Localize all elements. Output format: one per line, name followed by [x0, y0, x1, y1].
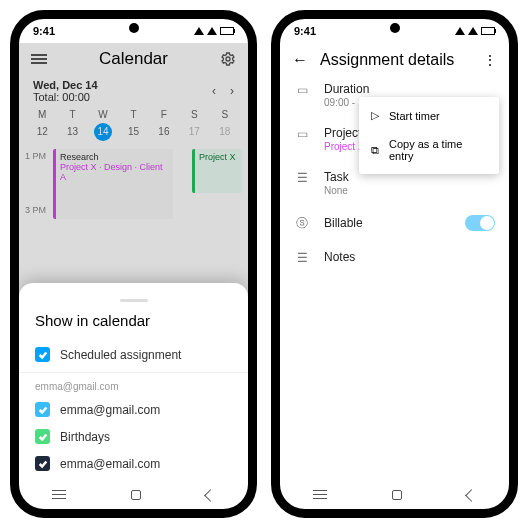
battery-icon: [481, 27, 495, 35]
camera-notch: [390, 23, 400, 33]
recents-icon[interactable]: [52, 494, 66, 496]
bottom-sheet: Show in calendar Scheduled assignment em…: [19, 283, 248, 481]
screen-title: Assignment details: [320, 51, 471, 69]
signal-icon: [468, 27, 478, 35]
overflow-icon[interactable]: ⋮: [483, 52, 497, 68]
task-icon: ☰: [294, 170, 310, 185]
clock: 9:41: [33, 25, 55, 37]
phone-left: 9:41 Calendar Wed, Dec 14 Total: 00:00 ‹…: [10, 10, 257, 518]
checkbox-icon: [35, 429, 50, 444]
system-nav: [280, 481, 509, 509]
checkbox-icon: [35, 402, 50, 417]
row-notes[interactable]: ☰ Notes: [280, 241, 509, 274]
row-billable[interactable]: ⓢ Billable: [280, 205, 509, 241]
group-header: emma@gmail.com: [35, 377, 232, 396]
billable-toggle[interactable]: [465, 215, 495, 231]
overflow-menu: ▷Start timer ⧉Copy as a time entry: [359, 97, 499, 174]
check-item[interactable]: emma@gmail.com: [35, 396, 232, 423]
notes-icon: ☰: [294, 250, 310, 265]
check-item[interactable]: emma@email.com: [35, 450, 232, 477]
sheet-title: Show in calendar: [35, 312, 232, 329]
play-icon: ▷: [371, 109, 379, 122]
recents-icon[interactable]: [313, 494, 327, 496]
back-icon[interactable]: ←: [292, 51, 308, 69]
home-icon[interactable]: [392, 490, 402, 500]
divider: [19, 372, 248, 373]
system-nav: [19, 481, 248, 509]
back-icon[interactable]: [204, 489, 217, 502]
signal-icon: [207, 27, 217, 35]
check-scheduled[interactable]: Scheduled assignment: [35, 341, 232, 368]
phone-right: 9:41 ← Assignment details ⋮ ▭ Duration09…: [271, 10, 518, 518]
signal-icon: [194, 27, 204, 35]
signal-icon: [455, 27, 465, 35]
menu-start-timer[interactable]: ▷Start timer: [359, 101, 499, 130]
checkbox-icon: [35, 347, 50, 362]
battery-icon: [220, 27, 234, 35]
clock: 9:41: [294, 25, 316, 37]
folder-icon: ▭: [294, 82, 310, 97]
menu-copy-entry[interactable]: ⧉Copy as a time entry: [359, 130, 499, 170]
sheet-handle[interactable]: [120, 299, 148, 302]
home-icon[interactable]: [131, 490, 141, 500]
folder-icon: ▭: [294, 126, 310, 141]
check-item[interactable]: Birthdays: [35, 423, 232, 450]
dollar-icon: ⓢ: [294, 214, 310, 232]
back-icon[interactable]: [465, 489, 478, 502]
app-bar: ← Assignment details ⋮: [280, 43, 509, 73]
checkbox-icon: [35, 456, 50, 471]
copy-icon: ⧉: [371, 144, 379, 157]
camera-notch: [129, 23, 139, 33]
